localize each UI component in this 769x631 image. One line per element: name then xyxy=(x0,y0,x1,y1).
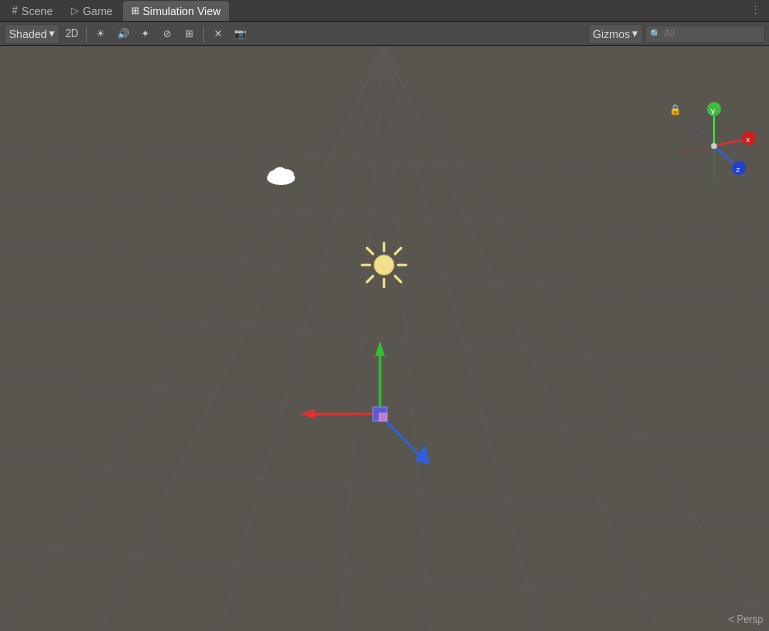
persp-label: < Persp xyxy=(728,614,763,625)
divider-1 xyxy=(86,26,87,42)
svg-line-45 xyxy=(681,146,714,153)
gizmos-label: Gizmos xyxy=(593,28,630,40)
2d-button[interactable]: 2D xyxy=(62,24,82,44)
shading-label: Shaded xyxy=(9,28,47,40)
svg-line-26 xyxy=(367,276,373,282)
grid-button[interactable]: ⊞ xyxy=(179,24,199,44)
fx-icon-button[interactable]: ✦ xyxy=(135,24,155,44)
svg-point-18 xyxy=(273,167,287,179)
gizmos-dropdown[interactable]: Gizmos ▾ xyxy=(588,24,643,44)
svg-line-47 xyxy=(691,126,714,146)
sun-object[interactable] xyxy=(360,241,410,291)
svg-line-30 xyxy=(383,418,420,456)
light-icon: ☀ xyxy=(96,28,105,39)
scene-vis-icon: ⊘ xyxy=(163,28,171,39)
svg-marker-33 xyxy=(375,341,385,356)
cross-icon: ✕ xyxy=(214,28,222,39)
shading-dropdown[interactable]: Shaded ▾ xyxy=(4,24,60,44)
svg-line-24 xyxy=(395,276,401,282)
scene-icon: # xyxy=(12,5,18,16)
audio-icon: 🔊 xyxy=(117,28,129,39)
axis-gizmo[interactable]: y x z xyxy=(669,101,759,191)
svg-line-0 xyxy=(0,146,769,176)
svg-point-27 xyxy=(374,255,394,275)
tab-scene-label: Scene xyxy=(22,5,53,17)
svg-text:z: z xyxy=(736,165,740,174)
tab-more-button[interactable]: ⋮ xyxy=(746,2,765,19)
svg-line-39 xyxy=(714,139,747,146)
cloud-object[interactable] xyxy=(264,164,298,192)
shading-chevron: ▾ xyxy=(49,27,55,40)
svg-text:y: y xyxy=(711,106,715,115)
audio-icon-button[interactable]: 🔊 xyxy=(113,24,133,44)
fx-icon: ✦ xyxy=(141,28,149,39)
tab-simulation[interactable]: ⊞ Simulation View xyxy=(123,1,229,21)
svg-line-6 xyxy=(0,546,769,606)
svg-text:x: x xyxy=(746,135,750,144)
simulation-icon: ⊞ xyxy=(131,5,139,16)
svg-rect-35 xyxy=(379,413,387,421)
svg-line-1 xyxy=(0,196,769,236)
svg-line-23 xyxy=(367,248,373,254)
grid-icon: ⊞ xyxy=(185,28,193,39)
svg-marker-29 xyxy=(300,409,315,419)
game-icon: ▷ xyxy=(71,5,79,16)
transform-gizmo[interactable] xyxy=(295,336,455,496)
svg-line-25 xyxy=(395,248,401,254)
camera-button[interactable]: 📷 xyxy=(230,24,250,44)
scene-vis-button[interactable]: ⊘ xyxy=(157,24,177,44)
more-icon: ⋮ xyxy=(750,4,761,16)
svg-line-42 xyxy=(714,146,737,166)
tab-game-label: Game xyxy=(83,5,113,17)
toolbar: Shaded ▾ 2D ☀ 🔊 ✦ ⊘ ⊞ ✕ 📷 Gizmos ▾ 🔍 xyxy=(0,22,769,46)
light-icon-button[interactable]: ☀ xyxy=(91,24,111,44)
tab-bar: # Scene ▷ Game ⊞ Simulation View ⋮ xyxy=(0,0,769,22)
viewport[interactable]: y x z 🔒 < Persp xyxy=(0,46,769,631)
tab-game[interactable]: ▷ Game xyxy=(63,1,121,21)
svg-point-48 xyxy=(711,143,717,149)
2d-label: 2D xyxy=(66,28,79,39)
tab-simulation-label: Simulation View xyxy=(143,5,221,17)
gizmos-chevron: ▾ xyxy=(632,27,638,40)
cross-button[interactable]: ✕ xyxy=(208,24,228,44)
camera-icon: 📷 xyxy=(234,28,246,39)
lock-icon[interactable]: 🔒 xyxy=(669,104,681,115)
search-input[interactable] xyxy=(664,28,754,39)
divider-2 xyxy=(203,26,204,42)
tab-scene[interactable]: # Scene xyxy=(4,1,61,21)
search-icon: 🔍 xyxy=(650,29,661,39)
search-box[interactable]: 🔍 xyxy=(645,25,765,43)
